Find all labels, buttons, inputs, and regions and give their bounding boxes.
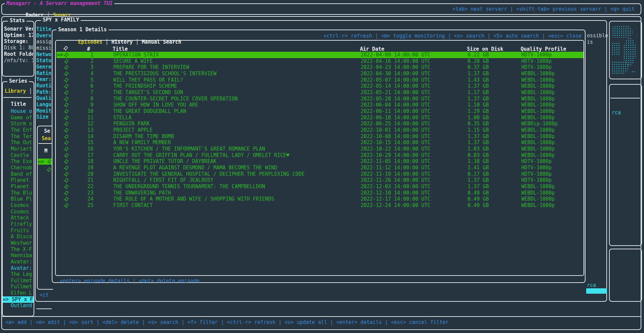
episode-size: 1.38 GB (468, 158, 489, 165)
episode-size: 0.17 GB (468, 171, 489, 177)
episode-row[interactable]: 20INVESTIGATE THE GENERAL HOSPITAL / DEC… (56, 171, 583, 177)
series-list-item[interactable]: Planet (3, 177, 34, 183)
series-list-item[interactable]: The Leg (3, 271, 34, 278)
episode-quality: WEBRip-1080p (521, 121, 558, 127)
tag-icon (64, 165, 69, 171)
details-field-label: Genre (36, 64, 52, 70)
episode-number: 18 (83, 158, 93, 165)
series-list-item[interactable]: Fullmet (3, 278, 34, 284)
episode-row[interactable]: 21NIGHTFALL / FIRST FIT OF JEALOUSY2022-… (56, 177, 583, 183)
episode-row[interactable]: =>1OPERATION STRIX2022-04-09 14:00:00 UT… (56, 52, 583, 58)
seasons-selected-row-fragment[interactable]: => (38, 159, 52, 165)
stats-line: Storage: (4, 38, 33, 44)
seasons-row-fragment[interactable] (46, 167, 51, 173)
series-list-item[interactable]: Game of (3, 115, 34, 121)
episode-number: 1 (83, 52, 93, 58)
series-list-item[interactable]: Band of (3, 171, 34, 177)
series-list-item[interactable]: The Ter (3, 133, 34, 140)
series-list-item[interactable]: Avatar: (3, 259, 34, 265)
episode-size: 1.43 GB (468, 77, 489, 83)
series-list-item[interactable]: Fullmet (3, 284, 34, 290)
episode-air-date: 2022-11-05 14:00:00 UTC (361, 158, 431, 165)
series-list-item[interactable]: Westwor (3, 240, 34, 246)
tag-icon (64, 177, 69, 184)
series-list-item[interactable]: Outland (3, 302, 34, 309)
season-popup-keybinds: <ctrl-r> refresh | <m> toggle monitoring… (323, 33, 581, 39)
episode-number: 6 (83, 83, 93, 89)
episode-row[interactable]: 19A REVENGE PLOT AGAINST DESMOND / MAMA … (56, 165, 583, 171)
series-list-item[interactable]: Castle (3, 152, 34, 159)
details-field-label: Monit (36, 108, 52, 114)
episode-size: 1.41 GB (468, 165, 489, 171)
episode-row[interactable]: 7THE TARGET'S SECOND SON2022-05-21 14:00… (56, 89, 583, 96)
episode-title: CARRY OUT THE GRIFFIN PLAN / FULLMETAL L… (113, 152, 289, 159)
tag-icon (64, 102, 69, 109)
series-list-item[interactable]: Firefly (3, 221, 34, 227)
episode-row[interactable]: 9SHOW OFF HOW IN LOVE YOU ARE2022-06-04 … (56, 102, 583, 108)
tab-library[interactable]: Library │ (5, 88, 32, 94)
episode-title: INVESTIGATE THE GENERAL HOSPITAL / DECIP… (113, 171, 305, 177)
episode-row[interactable]: 23THE UNWAVERING PATH2022-12-10 14:00:00… (56, 190, 583, 196)
episode-quality: WEBDL-1080p (521, 77, 555, 83)
series-list-item[interactable]: Chernob (3, 165, 34, 171)
tag-icon (64, 121, 69, 127)
details-field-label: Size (36, 114, 52, 120)
episode-row[interactable]: 13PROJECT APPLE2022-10-01 14:00:00 UTC1.… (56, 127, 583, 133)
episode-size: 1.15 GB (468, 127, 489, 133)
episode-row[interactable]: 4THE PRESTIGIOUS SCHOOL'S INTERVIEW2022-… (56, 71, 583, 77)
series-panel-title: Series (7, 78, 29, 84)
episode-row[interactable]: 24THE ROLE OF A MOTHER AND WIFE / SHOPPI… (56, 196, 583, 202)
episode-air-date: 2022-10-08 14:00:00 UTC (361, 133, 431, 140)
episode-row[interactable]: 16YOR'S KITCHEN / THE INFORMANT'S GREAT … (56, 146, 583, 152)
series-list-item[interactable]: The Out (3, 139, 34, 146)
series-list-item[interactable]: House o (3, 108, 34, 115)
series-column-header: Title (11, 101, 26, 107)
episode-row[interactable]: 8THE COUNTER-SECRET POLICE COVER OPERATI… (56, 96, 583, 102)
episode-row[interactable]: 11STELLA2022-06-18 14:00:00 UTC1.00 GBWE… (56, 115, 583, 121)
series-list-item[interactable]: A Disco (3, 234, 34, 240)
episode-title: UNCLE THE PRIVATE TUTOR / DAYBREAK (113, 158, 216, 165)
overview-text-fragment-2: is (587, 39, 593, 45)
series-list-item[interactable]: Avatar: (3, 265, 34, 272)
episode-size: 1.10 GB (468, 102, 489, 108)
series-list-item[interactable]: Elfen L (3, 290, 34, 296)
series-list-item[interactable]: The Enf (3, 127, 34, 133)
episode-row[interactable]: 15A NEW FAMILY MEMBER2022-10-15 14:00:00… (56, 139, 583, 146)
series-list-item[interactable]: The Exo (3, 158, 34, 165)
series-list-item[interactable]: Fruits (3, 227, 34, 234)
episode-row[interactable]: 25FIRST CONTACT2022-12-24 14:00:00 UTC0.… (56, 202, 583, 209)
tag-icon (64, 83, 69, 90)
episode-row[interactable]: 2SECURE A WIFE2022-04-16 14:00:00 UTC0.2… (56, 58, 583, 65)
series-list-item[interactable]: Blue Pl (3, 196, 34, 202)
episode-row[interactable]: 5WILL THEY PASS OR FAIL?2022-05-07 14:00… (56, 77, 583, 83)
episode-number: 24 (83, 196, 93, 202)
episode-row[interactable]: 22THE UNDERGROUND TENNIS TOURNAMENT: THE… (56, 183, 583, 190)
series-list-item[interactable]: The Blu (3, 190, 34, 196)
episode-row[interactable]: 12PENGUIN PARK2022-06-25 14:00:00 UTC0.3… (56, 121, 583, 127)
episode-row[interactable]: 14DISARM THE TIME BOMB2022-10-08 14:00:0… (56, 133, 583, 140)
series-list-item[interactable]: Moriart (3, 146, 34, 152)
episode-quality: WEBDL-1080p (521, 108, 555, 115)
episode-title: WILL THEY PASS OR FAIL? (113, 77, 183, 83)
seasons-subpanel-title: Se (43, 128, 51, 134)
series-list-item[interactable]: Hanniba (3, 252, 34, 259)
episode-row[interactable]: 6THE FRIENDSHIP SCHEME2022-05-14 14:00:0… (56, 83, 583, 89)
episode-row[interactable]: 17CARRY OUT THE GRIFFIN PLAN / FULLMETAL… (56, 152, 583, 159)
series-list-item[interactable]: Cosmos (3, 202, 34, 209)
episode-row[interactable]: 3PREPARE FOR THE INTERVIEW2022-04-23 14:… (56, 64, 583, 71)
series-list-item[interactable]: Storm o (3, 121, 34, 127)
episode-quality: WEBDL-1080p (521, 133, 555, 140)
episode-row[interactable]: 18UNCLE THE PRIVATE TUTOR / DAYBREAK2022… (56, 158, 583, 165)
top-keybinds: <tab> next servarr | <shift-tab> previou… (452, 6, 635, 12)
bottom-keybinds: <a> add | <e> edit | <o> sort | <del> de… (5, 319, 449, 325)
series-list-item[interactable]: Planet (3, 183, 34, 190)
episode-size: 0.49 GB (468, 202, 489, 209)
series-list-item[interactable]: => SPY x F (3, 296, 34, 303)
series-list-item[interactable]: Attack (3, 215, 34, 221)
episode-row[interactable]: 10THE GREAT DODGEBALL PLAN2022-06-11 14:… (56, 108, 583, 115)
episode-air-date: 2022-10-22 14:00:00 UTC (361, 146, 431, 152)
episode-quality: HDTV-1080p (521, 58, 552, 65)
series-list-item[interactable]: Cosmos (3, 209, 34, 215)
stats-line: Root Folde (4, 51, 33, 57)
series-list-item[interactable]: The X-F (3, 246, 34, 253)
